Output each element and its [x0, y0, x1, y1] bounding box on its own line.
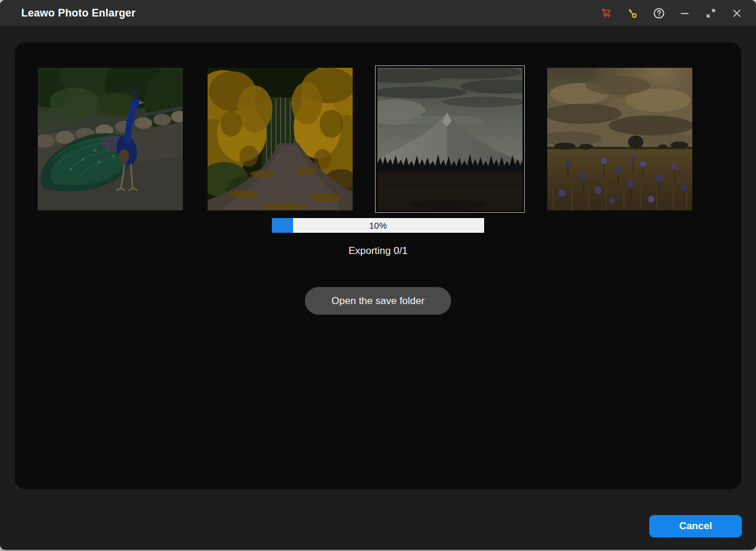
- autumn-road-photo: [208, 68, 353, 210]
- open-save-folder-button[interactable]: Open the save folder: [305, 287, 451, 315]
- cart-icon[interactable]: [601, 7, 613, 19]
- titlebar-icons: [601, 0, 743, 26]
- mountain-photo: [377, 68, 522, 210]
- thumbnail-mountain[interactable]: [377, 68, 522, 210]
- main-panel: 10% Exporting 0/1 Open the save folder: [15, 42, 741, 489]
- thumbnail-autumn-road[interactable]: [208, 68, 353, 210]
- minimize-icon[interactable]: [679, 7, 691, 19]
- close-icon[interactable]: [731, 7, 743, 19]
- flower-field-photo: [547, 68, 692, 210]
- thumbnail-peacock[interactable]: [38, 68, 183, 210]
- export-status-text: Exporting 0/1: [15, 245, 741, 257]
- key-icon[interactable]: [627, 7, 639, 19]
- thumbnail-flower-field[interactable]: [547, 68, 692, 210]
- export-progress-bar: 10%: [272, 218, 484, 233]
- progress-percent-label: 10%: [272, 218, 484, 233]
- help-icon[interactable]: [653, 7, 665, 19]
- cancel-button[interactable]: Cancel: [649, 515, 742, 537]
- thumbnail-row: [38, 68, 692, 210]
- peacock-photo: [38, 68, 183, 210]
- app-window: Leawo Photo Enlarger: [0, 0, 756, 550]
- app-title: Leawo Photo Enlarger: [21, 7, 136, 19]
- maximize-icon[interactable]: [705, 7, 717, 19]
- titlebar: Leawo Photo Enlarger: [0, 0, 756, 26]
